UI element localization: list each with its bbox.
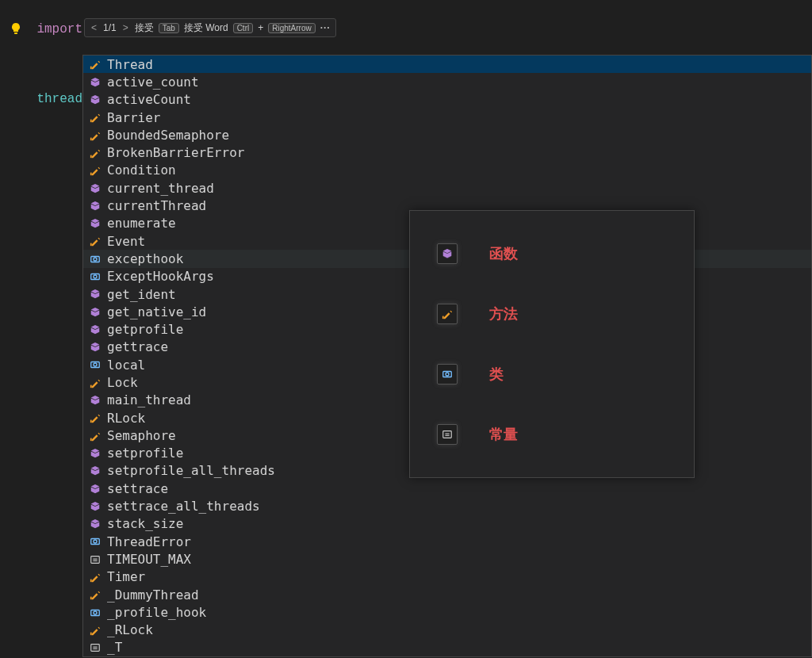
svg-point-11 [94, 363, 97, 366]
more-actions-button[interactable]: ··· [320, 22, 331, 33]
suggestion-item[interactable]: TIMEOUT_MAX [83, 550, 811, 568]
svg-point-23 [94, 611, 97, 614]
svg-rect-24 [90, 633, 92, 636]
suggestion-item[interactable]: settrace_all_threads [83, 497, 811, 515]
function-icon [88, 500, 102, 513]
suggestion-label: getprofile [107, 322, 183, 337]
suggestion-label: excepthook [107, 251, 183, 266]
function-icon [88, 305, 102, 318]
class-icon [88, 588, 102, 601]
suggestion-label: _DummyThread [107, 587, 199, 603]
suggestion-label: gettrace [107, 339, 168, 354]
suggestion-label: get_native_id [107, 304, 206, 319]
variable-icon [88, 606, 102, 618]
suggestion-label: Condition [107, 163, 176, 178]
class-icon [88, 164, 102, 177]
class-icon [88, 624, 102, 637]
lightbulb-icon[interactable] [10, 22, 22, 39]
suggestion-label: active_count [107, 75, 199, 90]
accept-label[interactable]: 接受 [135, 21, 154, 35]
class-icon [88, 128, 102, 141]
suggestion-item[interactable]: Timer [83, 568, 811, 586]
function-icon [88, 465, 102, 477]
next-suggestion-button[interactable]: > [121, 22, 130, 33]
suggestion-label: RLock [107, 411, 145, 426]
suggestion-item[interactable]: Barrier [83, 109, 811, 126]
suggestion-item[interactable]: _T [83, 639, 811, 656]
suggestion-item[interactable]: current_thread [83, 179, 811, 197]
suggestion-item[interactable]: _DummyThread [83, 586, 811, 603]
suggestion-label: BoundedSemaphore [107, 128, 229, 143]
suggestion-label: currentThread [107, 198, 206, 213]
suggestion-counter: 1/1 [103, 22, 117, 33]
suggestion-label: _RLock [107, 622, 153, 637]
constant-icon [88, 553, 102, 565]
inline-suggestion-toolbar: < 1/1 > 接受 Tab 接受 Word Ctrl + RightArrow… [84, 18, 336, 37]
suggestion-label: enumerate [107, 216, 176, 231]
legend-label-method: 方法 [489, 304, 518, 323]
function-icon [88, 447, 102, 460]
constant-icon [437, 424, 458, 445]
function-icon [88, 182, 102, 194]
function-icon [88, 75, 102, 88]
suggestion-item[interactable]: Condition [83, 162, 811, 179]
suggestion-item[interactable]: Thread [83, 55, 811, 73]
suggestion-item[interactable]: ThreadError [83, 533, 811, 550]
suggestion-label: Thread [107, 57, 153, 72]
suggestion-label: _profile_hook [107, 605, 206, 620]
svg-rect-2 [90, 137, 92, 140]
suggestion-label: main_thread [107, 392, 191, 407]
suggestion-label: Semaphore [107, 428, 176, 443]
svg-rect-0 [90, 67, 92, 70]
suggestion-label: Event [107, 234, 145, 249]
class-icon [88, 411, 102, 424]
legend-label-class: 类 [489, 365, 504, 384]
legend-row-class: 类 [426, 344, 678, 404]
method-icon [437, 304, 458, 324]
svg-rect-14 [90, 438, 92, 441]
suggestion-item[interactable]: settrace [83, 480, 811, 497]
suggestion-label: settrace_all_threads [107, 499, 260, 514]
suggestion-label: _T [107, 640, 122, 655]
suggestion-item[interactable]: active_count [83, 73, 811, 90]
svg-rect-3 [90, 155, 92, 159]
suggestion-label: TIMEOUT_MAX [107, 552, 191, 567]
suggestion-label: Timer [107, 569, 145, 584]
function-icon [88, 217, 102, 230]
class-icon [88, 58, 102, 71]
suggestion-label: settrace [107, 481, 168, 496]
function-icon [88, 482, 102, 495]
suggestion-item[interactable]: activeCount [83, 91, 811, 109]
suggestion-item[interactable]: _profile_hook [83, 603, 811, 621]
keycap-right-arrow: RightArrow [268, 23, 315, 33]
suggestion-item[interactable]: BrokenBarrierError [83, 143, 811, 161]
function-icon [88, 341, 102, 354]
variable-icon [88, 252, 102, 265]
suggestion-label: activeCount [107, 92, 191, 107]
suggestion-item[interactable]: _RLock [83, 622, 811, 639]
prev-suggestion-button[interactable]: < [90, 22, 98, 33]
accept-word-label[interactable]: 接受 Word [184, 21, 228, 35]
legend-label-function: 函数 [489, 244, 518, 263]
variable-icon [88, 270, 102, 283]
function-icon [88, 323, 102, 336]
suggestion-item[interactable]: BoundedSemaphore [83, 126, 811, 143]
suggestion-label: get_ident [107, 287, 176, 302]
svg-point-9 [94, 275, 97, 278]
class-icon [88, 429, 102, 442]
function-icon [88, 518, 102, 530]
suggestion-label: setprofile_all_threads [107, 463, 275, 478]
suggestion-label: current_thread [107, 181, 214, 196]
class-icon [437, 364, 458, 384]
svg-rect-20 [90, 580, 92, 583]
suggestion-label: ExceptHookArgs [107, 269, 214, 284]
keyword-import: import [36, 22, 82, 36]
legend-row-function: 函数 [426, 224, 678, 284]
svg-rect-1 [90, 120, 92, 123]
suggestion-item[interactable]: stack_size [83, 515, 811, 533]
function-icon [88, 394, 102, 407]
legend-label-constant: 常量 [489, 425, 518, 444]
svg-point-7 [94, 258, 97, 261]
function-icon [88, 94, 102, 106]
icon-legend-panel: 函数 方法 类 常量 [409, 210, 695, 478]
